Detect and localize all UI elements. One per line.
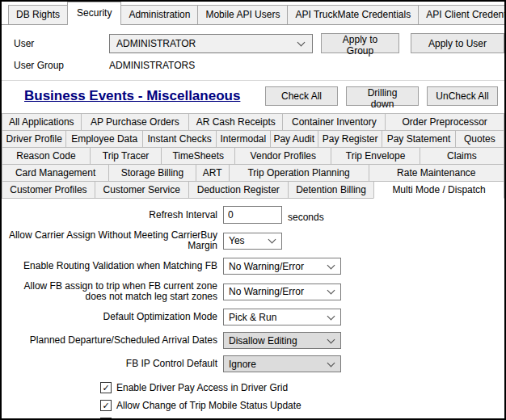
optimization-mode-row: Default Optimization Mode Pick & Run xyxy=(2,309,504,326)
cat-tab-pay-statement[interactable]: Pay Statement xyxy=(382,130,456,148)
settings-form: Refresh Interval seconds Allow Carrier A… xyxy=(2,199,504,420)
category-tab-row-4: Card Management Storage Billing ART Trip… xyxy=(2,165,504,182)
uncheck-all-button[interactable]: UnCheck All xyxy=(427,86,498,106)
page-title: Business Events - Miscellaneous xyxy=(24,88,240,104)
cat-tab-art[interactable]: ART xyxy=(196,164,230,182)
cat-tab-quotes[interactable]: Quotes xyxy=(455,130,504,148)
routing-validation-value: No Warning/Error xyxy=(229,261,325,272)
optimization-mode-label: Default Optimization Mode xyxy=(2,312,223,322)
chevron-down-icon xyxy=(327,287,335,295)
events-header: Business Events - Miscellaneous Check Al… xyxy=(2,81,504,111)
user-combobox-value: ADMINISTRATOR xyxy=(116,38,295,49)
fb-assign-select[interactable]: No Warning/Error xyxy=(223,284,341,300)
routing-validation-label: Enable Routing Validation when Matching … xyxy=(2,261,223,271)
user-combobox[interactable]: ADMINISTRATOR xyxy=(109,34,313,53)
cat-tab-driver-profile[interactable]: Driver Profile xyxy=(2,130,66,148)
carrier-assign-value: Yes xyxy=(229,235,266,246)
planned-departure-value: Disallow Editing xyxy=(229,335,325,346)
tab-administration[interactable]: Administration xyxy=(120,5,198,24)
driver-pay-access-checkbox[interactable]: ✓ xyxy=(100,382,112,393)
category-tab-row-1: All Applications AP Purchase Orders AR C… xyxy=(2,114,504,131)
cat-tab-timesheets[interactable]: TimeSheets xyxy=(161,147,235,165)
cat-tab-reason-code[interactable]: Reason Code xyxy=(2,147,91,165)
trip-mobile-status-checkbox[interactable]: ✓ xyxy=(100,400,112,411)
carrier-assign-label: Allow Carrier Assign Without Meeting Car… xyxy=(2,230,223,251)
cat-tab-container-inventory[interactable]: Container Inventory xyxy=(282,113,386,131)
planned-departure-label: Planned Departure/Scheduled Arrival Date… xyxy=(2,335,223,346)
cat-tab-pay-audit[interactable]: Pay Audit xyxy=(270,130,318,148)
refresh-interval-suffix: seconds xyxy=(288,212,324,223)
tab-db-rights[interactable]: DB Rights xyxy=(8,5,68,24)
cat-tab-all-applications[interactable]: All Applications xyxy=(2,113,82,131)
routing-validation-select[interactable]: No Warning/Error xyxy=(223,258,341,275)
cat-tab-claims[interactable]: Claims xyxy=(420,147,504,165)
apply-to-group-button[interactable]: Apply to Group xyxy=(321,33,399,53)
cat-tab-multi-mode-dispatch[interactable]: Multi Mode / Dispatch xyxy=(373,181,504,199)
fb-assign-value: No Warning/Error xyxy=(229,286,325,297)
chevron-down-icon xyxy=(297,38,306,46)
main-tabbar: DB Rights Security Administration Mobile… xyxy=(2,2,504,25)
cat-tab-detention-billing[interactable]: Detention Billing xyxy=(288,181,374,199)
fb-ip-control-value: Ignore xyxy=(229,359,325,370)
fb-ip-control-row: FB IP Control Default Ignore xyxy=(2,355,504,372)
fb-assign-row: Allow FB assign to trip when FB current … xyxy=(2,281,504,302)
optimization-mode-select[interactable]: Pick & Run xyxy=(223,309,341,326)
driver-pay-access-label: Enable Driver Pay Access in Driver Grid xyxy=(116,382,288,393)
cat-tab-ar-cash-receipts[interactable]: AR Cash Receipts xyxy=(188,113,283,131)
cat-tab-trip-tracer[interactable]: Trip Tracer xyxy=(90,147,162,165)
cat-tab-vendor-profiles[interactable]: Vendor Profiles xyxy=(234,147,331,165)
cat-tab-pay-register[interactable]: Pay Register xyxy=(318,130,382,148)
planned-departure-select[interactable]: Disallow Editing xyxy=(223,332,341,349)
chevron-down-icon xyxy=(327,335,335,343)
checkbox-group: ✓ Enable Driver Pay Access in Driver Gri… xyxy=(100,382,504,420)
routing-validation-row: Enable Routing Validation when Matching … xyxy=(2,258,504,275)
category-tab-row-5: Customer Profiles Customer Service Deduc… xyxy=(2,182,504,199)
refresh-interval-row: Refresh Interval seconds xyxy=(2,206,504,224)
cat-tab-trip-operation-planning[interactable]: Trip Operation Planning xyxy=(229,164,369,182)
user-group-value: ADMINISTRATORS xyxy=(109,60,195,71)
user-group-label: User Group xyxy=(14,60,109,71)
tab-mobile-api-users[interactable]: Mobile API Users xyxy=(197,5,288,24)
carrier-assign-select[interactable]: Yes xyxy=(223,233,282,250)
cat-tab-rate-maintenance[interactable]: Rate Maintenance xyxy=(369,164,504,182)
optimization-mode-value: Pick & Run xyxy=(229,312,325,323)
driver-pay-access-row: ✓ Enable Driver Pay Access in Driver Gri… xyxy=(100,382,504,393)
cat-tab-storage-billing[interactable]: Storage Billing xyxy=(108,164,196,182)
category-tab-row-2: Driver Profile Employee Data Instant Che… xyxy=(2,131,504,148)
chevron-down-icon xyxy=(327,312,335,320)
cat-tab-intermodal[interactable]: Intermodal xyxy=(216,130,270,148)
apply-to-user-button[interactable]: Apply to User xyxy=(411,33,504,53)
check-all-button[interactable]: Check All xyxy=(265,86,338,106)
trip-mobile-status-label: Allow Change of Trip Mobile Status Updat… xyxy=(116,400,301,411)
cat-tab-ap-purchase-orders[interactable]: AP Purchase Orders xyxy=(81,113,190,131)
cat-tab-card-management[interactable]: Card Management xyxy=(2,164,109,182)
refresh-interval-input[interactable] xyxy=(223,206,282,224)
planned-departure-row: Planned Departure/Scheduled Arrival Date… xyxy=(2,332,504,349)
checkmark-icon: ✓ xyxy=(102,401,109,410)
cat-tab-customer-service[interactable]: Customer Service xyxy=(95,181,189,199)
user-section: User ADMINISTRATOR Apply to Group Apply … xyxy=(2,25,504,74)
chevron-down-icon xyxy=(327,261,335,269)
category-tabstrip: All Applications AP Purchase Orders AR C… xyxy=(2,114,504,199)
security-settings-window: DB Rights Security Administration Mobile… xyxy=(0,0,506,420)
trip-mobile-status-row: ✓ Allow Change of Trip Mobile Status Upd… xyxy=(100,400,504,411)
user-label: User xyxy=(14,38,109,49)
tab-api-truckmate-credentials[interactable]: API TruckMate Credentials xyxy=(287,5,419,24)
chevron-down-icon xyxy=(268,236,276,244)
category-tab-row-3: Reason Code Trip Tracer TimeSheets Vendo… xyxy=(2,148,504,165)
checkmark-icon: ✓ xyxy=(102,383,109,393)
cat-tab-trip-envelope[interactable]: Trip Envelope xyxy=(331,147,420,165)
fb-ip-control-label: FB IP Control Default xyxy=(2,359,223,369)
tab-security[interactable]: Security xyxy=(67,2,121,25)
cat-tab-instant-checks[interactable]: Instant Checks xyxy=(142,130,217,148)
tab-api-client-credentials[interactable]: API Client Credentials xyxy=(418,5,506,24)
refresh-interval-label: Refresh Interval xyxy=(2,210,223,220)
fb-ip-control-select[interactable]: Ignore xyxy=(223,355,341,372)
cat-tab-order-preprocessor[interactable]: Order Preprocessor xyxy=(385,113,504,131)
cat-tab-employee-data[interactable]: Employee Data xyxy=(65,130,143,148)
cat-tab-customer-profiles[interactable]: Customer Profiles xyxy=(2,181,95,199)
cat-tab-deduction-register[interactable]: Deduction Register xyxy=(188,181,289,199)
fb-assign-label: Allow FB assign to trip when FB current … xyxy=(2,281,223,302)
chevron-down-icon xyxy=(327,359,335,367)
drilling-down-button[interactable]: Drilling down xyxy=(346,86,419,106)
